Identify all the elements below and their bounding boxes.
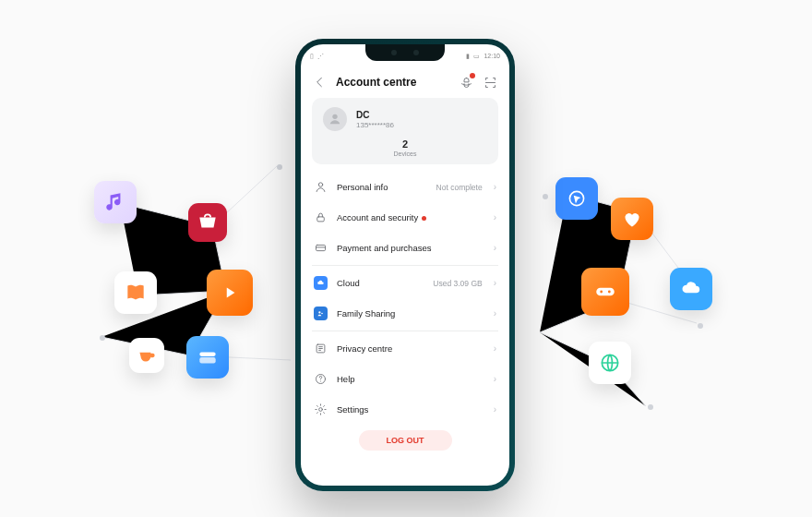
alert-dot bbox=[422, 216, 426, 221]
globe-icon bbox=[589, 342, 631, 384]
item-family-sharing[interactable]: Family Sharing › bbox=[312, 298, 498, 329]
item-personal-info[interactable]: Personal info Not complete › bbox=[312, 172, 498, 202]
back-button[interactable] bbox=[312, 74, 328, 90]
person-icon bbox=[314, 180, 328, 194]
settings-list: Personal info Not complete › Account and… bbox=[312, 172, 498, 425]
item-label: Help bbox=[337, 374, 484, 384]
svg-rect-10 bbox=[316, 245, 326, 250]
item-help[interactable]: Help › bbox=[312, 364, 498, 394]
item-account-security[interactable]: Account and security › bbox=[312, 202, 498, 233]
svg-rect-9 bbox=[317, 217, 325, 222]
item-label: Cloud bbox=[337, 278, 424, 288]
health-icon bbox=[611, 198, 653, 240]
network-dot bbox=[100, 335, 105, 341]
wallet-icon bbox=[186, 336, 229, 379]
status-time: 12:10 bbox=[484, 53, 500, 59]
appgallery-icon bbox=[188, 203, 227, 242]
network-dot bbox=[698, 323, 703, 329]
network-dot bbox=[648, 404, 653, 410]
signal-icon: ▮ bbox=[466, 53, 470, 60]
privacy-icon bbox=[314, 342, 328, 355]
chevron-right-icon: › bbox=[494, 308, 496, 319]
avatar bbox=[323, 107, 347, 131]
item-cloud[interactable]: Cloud Used 3.09 GB › bbox=[312, 268, 498, 298]
chevron-right-icon: › bbox=[494, 374, 496, 384]
notification-button[interactable] bbox=[458, 74, 474, 90]
network-dot bbox=[277, 164, 282, 170]
svg-point-12 bbox=[321, 313, 323, 315]
page-title: Account centre bbox=[336, 76, 450, 89]
phone-frame: ▯ ⋰ ▮ ▭ 12:10 Account centre bbox=[295, 39, 515, 491]
card-icon bbox=[314, 241, 328, 255]
item-meta: Used 3.09 GB bbox=[433, 279, 482, 288]
svg-point-4 bbox=[600, 291, 603, 294]
sim-icon: ▯ bbox=[310, 53, 314, 60]
svg-point-8 bbox=[318, 183, 322, 186]
phone-screen: ▯ ⋰ ▮ ▭ 12:10 Account centre bbox=[301, 44, 509, 486]
item-label: Settings bbox=[337, 404, 484, 415]
chevron-right-icon: › bbox=[494, 404, 496, 415]
item-settings[interactable]: Settings › bbox=[312, 394, 498, 425]
gamecenter-icon bbox=[581, 268, 629, 316]
device-count: 2 bbox=[323, 138, 487, 150]
video-icon bbox=[207, 270, 253, 316]
lock-icon bbox=[314, 210, 328, 224]
network-dot bbox=[543, 194, 548, 199]
profile-name: DC bbox=[356, 110, 394, 120]
topbar: Account centre bbox=[312, 70, 498, 98]
item-payment[interactable]: Payment and purchases › bbox=[312, 233, 498, 263]
battery-icon: ▭ bbox=[473, 53, 480, 60]
gear-icon bbox=[314, 403, 328, 416]
cloud-icon bbox=[670, 268, 712, 310]
wifi-icon: ⋰ bbox=[317, 53, 324, 60]
browser-icon bbox=[555, 177, 598, 220]
profile-phone: 135******86 bbox=[356, 121, 394, 129]
chevron-right-icon: › bbox=[494, 278, 496, 288]
svg-point-5 bbox=[608, 291, 611, 294]
books-icon bbox=[114, 271, 157, 314]
item-label: Privacy centre bbox=[337, 343, 484, 354]
chevron-right-icon: › bbox=[494, 212, 496, 222]
item-label: Payment and purchases bbox=[337, 243, 484, 253]
profile-card[interactable]: DC 135******86 2 Devices bbox=[312, 98, 498, 164]
item-label: Family Sharing bbox=[337, 308, 484, 319]
music-icon bbox=[94, 181, 137, 223]
svg-point-7 bbox=[332, 114, 337, 119]
chevron-right-icon: › bbox=[494, 243, 496, 253]
item-label: Account and security bbox=[337, 212, 484, 222]
coffee-icon bbox=[129, 338, 164, 373]
chevron-right-icon: › bbox=[494, 182, 496, 192]
logout-button[interactable]: LOG OUT bbox=[359, 430, 452, 451]
chevron-right-icon: › bbox=[494, 343, 496, 354]
svg-rect-0 bbox=[199, 353, 215, 356]
svg-rect-3 bbox=[596, 288, 615, 296]
item-privacy-centre[interactable]: Privacy centre › bbox=[312, 333, 498, 364]
help-icon bbox=[314, 372, 328, 386]
svg-point-15 bbox=[319, 408, 323, 412]
svg-point-11 bbox=[318, 311, 320, 313]
cloud-square-icon bbox=[314, 276, 328, 290]
item-label: Personal info bbox=[337, 182, 427, 192]
item-meta: Not complete bbox=[436, 183, 483, 192]
stage: ▯ ⋰ ▮ ▭ 12:10 Account centre bbox=[0, 0, 812, 517]
phone-notch bbox=[365, 44, 445, 61]
devices-label: Devices bbox=[323, 150, 487, 157]
family-square-icon bbox=[314, 307, 328, 320]
svg-rect-1 bbox=[199, 357, 215, 364]
scan-button[interactable] bbox=[482, 74, 498, 90]
